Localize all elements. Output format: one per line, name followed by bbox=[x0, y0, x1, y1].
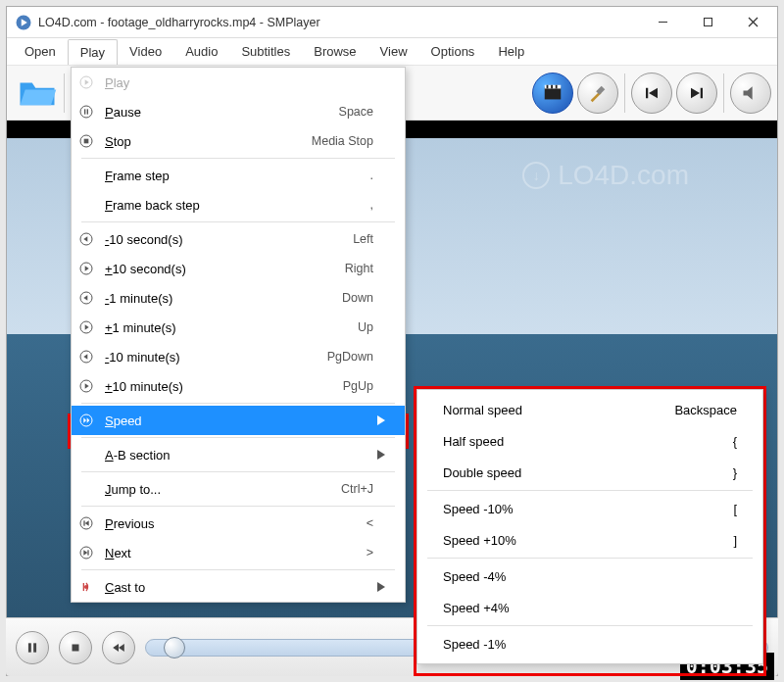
svg-rect-9 bbox=[551, 84, 553, 88]
svg-marker-12 bbox=[649, 87, 658, 98]
menu-item-cast-to[interactable]: Cast to bbox=[72, 572, 405, 602]
speed-submenu: Normal speedBackspaceHalf speed{Double s… bbox=[416, 389, 763, 664]
menu-item-previous[interactable]: Previous< bbox=[72, 509, 405, 538]
seek-thumb[interactable] bbox=[164, 637, 185, 658]
menu-item-shortcut: Down bbox=[342, 291, 373, 305]
menu-item--10-second-s-[interactable]: +10 second(s)Right bbox=[72, 254, 405, 283]
svg-marker-32 bbox=[83, 354, 87, 359]
svg-rect-49 bbox=[28, 643, 31, 652]
menu-item-label: Previous bbox=[101, 516, 367, 531]
menu-item--10-second-s-[interactable]: -10 second(s)Left bbox=[72, 224, 405, 254]
svg-marker-26 bbox=[85, 266, 89, 270]
submenu-item-shortcut: ] bbox=[733, 533, 737, 548]
menu-item-next[interactable]: Next> bbox=[72, 538, 405, 567]
menubar-item-play[interactable]: Play bbox=[68, 39, 118, 65]
stop-button[interactable] bbox=[59, 631, 92, 664]
minimize-button[interactable] bbox=[640, 8, 685, 37]
menu-item-a-b-section[interactable]: A-B section bbox=[72, 440, 405, 469]
menubar-item-video[interactable]: Video bbox=[118, 39, 173, 64]
menubar-item-open[interactable]: Open bbox=[13, 39, 68, 64]
menu-item-stop[interactable]: StopMedia Stop bbox=[72, 126, 405, 156]
prev-icon bbox=[72, 515, 101, 531]
svg-marker-17 bbox=[85, 79, 89, 84]
tools-button[interactable] bbox=[577, 73, 618, 114]
menu-separator bbox=[427, 625, 753, 626]
submenu-arrow-icon bbox=[373, 415, 389, 425]
menu-item-frame-back-step[interactable]: Frame back step, bbox=[72, 190, 405, 219]
menu-item--10-minute-s-[interactable]: -10 minute(s)PgDown bbox=[72, 342, 405, 371]
menu-item--1-minute-s-[interactable]: +1 minute(s)Up bbox=[72, 313, 405, 342]
menu-item-shortcut: . bbox=[370, 169, 373, 182]
seek-fwd-icon bbox=[72, 378, 101, 394]
open-folder-icon[interactable] bbox=[17, 73, 58, 114]
menubar-item-browse[interactable]: Browse bbox=[302, 39, 368, 64]
submenu-arrow-icon bbox=[373, 450, 389, 460]
menu-item-label: Next bbox=[101, 546, 367, 560]
titlebar: LO4D.com - footage_oldharryrocks.mp4 - S… bbox=[7, 7, 777, 38]
menu-item-shortcut: Right bbox=[345, 262, 373, 275]
menu-item-shortcut: Left bbox=[353, 232, 373, 246]
video-button[interactable] bbox=[532, 73, 573, 114]
stop-icon bbox=[72, 133, 101, 149]
submenu-item-speed-4-[interactable]: Speed -4% bbox=[417, 560, 762, 592]
submenu-item-half-speed[interactable]: Half speed{ bbox=[417, 425, 762, 457]
menu-item-label: -10 minute(s) bbox=[101, 350, 327, 365]
submenu-item-label: Normal speed bbox=[443, 403, 674, 417]
menu-item--1-minute-s-[interactable]: -1 minute(s)Down bbox=[72, 283, 405, 313]
menubar-item-options[interactable]: Options bbox=[419, 39, 487, 64]
menu-item-speed[interactable]: Speed bbox=[72, 406, 405, 435]
menu-item-shortcut: Up bbox=[358, 320, 373, 334]
menu-item-jump-to-[interactable]: Jump to...Ctrl+J bbox=[72, 474, 405, 504]
svg-marker-53 bbox=[119, 643, 124, 651]
next-track-button[interactable] bbox=[676, 73, 717, 114]
submenu-item-shortcut: Backspace bbox=[674, 403, 737, 417]
submenu-item-speed-10-[interactable]: Speed -10%[ bbox=[417, 493, 762, 524]
rewind-button[interactable] bbox=[102, 631, 135, 664]
menubar-item-help[interactable]: Help bbox=[486, 39, 536, 64]
submenu-item-speed-10-[interactable]: Speed +10%] bbox=[417, 524, 762, 556]
submenu-item-speed-4-[interactable]: Speed +4% bbox=[417, 592, 762, 623]
menu-item--10-minute-s-[interactable]: +10 minute(s)PgUp bbox=[72, 371, 405, 401]
menu-item-frame-step[interactable]: Frame step. bbox=[72, 161, 405, 190]
menu-item-label: Jump to... bbox=[101, 482, 341, 497]
svg-marker-30 bbox=[85, 324, 89, 329]
seek-back-icon bbox=[72, 349, 101, 365]
svg-rect-20 bbox=[87, 109, 88, 114]
speed-icon bbox=[72, 413, 101, 428]
maximize-button[interactable] bbox=[685, 8, 730, 37]
svg-marker-36 bbox=[83, 417, 86, 422]
window-title: LO4D.com - footage_oldharryrocks.mp4 - S… bbox=[38, 16, 640, 29]
seek-back-icon bbox=[72, 290, 101, 306]
submenu-item-normal-speed[interactable]: Normal speedBackspace bbox=[417, 394, 762, 425]
svg-point-18 bbox=[80, 106, 92, 118]
svg-marker-45 bbox=[83, 550, 87, 555]
pause-icon bbox=[72, 104, 101, 120]
svg-marker-39 bbox=[377, 450, 385, 460]
seek-fwd-icon bbox=[72, 261, 101, 276]
submenu-item-label: Speed -4% bbox=[443, 569, 737, 584]
menu-item-label: A-B section bbox=[101, 448, 373, 463]
pause-button[interactable] bbox=[16, 631, 49, 664]
menubar-item-audio[interactable]: Audio bbox=[173, 39, 229, 64]
menu-item-label: Pause bbox=[101, 105, 339, 120]
seek-back-icon bbox=[72, 231, 101, 247]
svg-marker-28 bbox=[83, 295, 87, 300]
submenu-item-double-speed[interactable]: Double speed} bbox=[417, 457, 762, 488]
svg-marker-38 bbox=[377, 415, 385, 425]
submenu-item-label: Half speed bbox=[443, 434, 733, 449]
svg-rect-3 bbox=[704, 19, 711, 26]
menu-item-pause[interactable]: PauseSpace bbox=[72, 97, 405, 126]
menubar-item-view[interactable]: View bbox=[368, 39, 419, 64]
close-button[interactable] bbox=[730, 8, 775, 37]
menu-item-shortcut: Media Stop bbox=[312, 134, 373, 148]
volume-button[interactable] bbox=[730, 73, 771, 114]
menubar-item-subtitles[interactable]: Subtitles bbox=[229, 39, 302, 64]
menu-separator bbox=[81, 403, 395, 404]
watermark: ↓LO4D.com bbox=[522, 160, 689, 191]
window-controls bbox=[640, 8, 775, 37]
prev-track-button[interactable] bbox=[631, 73, 672, 114]
svg-rect-6 bbox=[545, 86, 562, 99]
submenu-item-speed-1-[interactable]: Speed -1% bbox=[417, 628, 762, 659]
svg-marker-52 bbox=[113, 643, 119, 651]
submenu-item-label: Double speed bbox=[443, 465, 733, 480]
